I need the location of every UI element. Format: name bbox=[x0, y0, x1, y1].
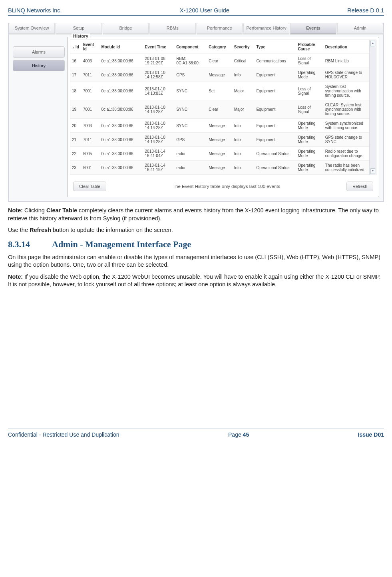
table-row[interactable]: 2070030c:a1:38:00:00:862013-01-10 14:14:… bbox=[70, 119, 369, 133]
events-screenshot: System OverviewSetupBridgeRBMsPerformanc… bbox=[8, 23, 384, 202]
panel-legend: History bbox=[72, 34, 90, 38]
col-event-time[interactable]: Event Time bbox=[143, 40, 175, 54]
col-component[interactable]: Component bbox=[175, 40, 207, 54]
admin-description: On this page the administrator can enabl… bbox=[8, 254, 384, 269]
side-tab-history[interactable]: History bbox=[13, 60, 65, 71]
col-type[interactable]: Type bbox=[255, 40, 296, 54]
tab-system-overview[interactable]: System Overview bbox=[9, 23, 55, 34]
tab-setup[interactable]: Setup bbox=[56, 23, 101, 34]
col-module-id[interactable]: Module Id bbox=[100, 40, 143, 54]
header-center: X-1200 User Guide bbox=[180, 7, 229, 14]
table-row[interactable]: 1970010c:a1:38:00:00:862013-01-10 14:14:… bbox=[70, 100, 369, 119]
section-heading: 8.3.14Admin - Management Interface Page bbox=[8, 239, 384, 250]
footer-message: The Event History table only displays la… bbox=[106, 184, 346, 189]
note-refresh: Use the Refresh button to update the inf… bbox=[8, 226, 384, 234]
tab-performance[interactable]: Performance bbox=[197, 23, 243, 34]
doc-header: BLiNQ Networks Inc. X-1200 User Guide Re… bbox=[8, 7, 384, 16]
history-panel: History IdEvent IdModule IdEvent TimeCom… bbox=[67, 37, 379, 197]
note-clear-table: Note: Clicking Clear Table completely cl… bbox=[8, 207, 384, 222]
side-tab-alarms[interactable]: Alarms bbox=[13, 46, 65, 58]
footer-page: Page 45 bbox=[228, 431, 249, 438]
table-row[interactable]: 1640030c:a1:38:00:00:862013-01-08 19:21:… bbox=[70, 54, 369, 68]
tab-performance-history[interactable]: Performance History bbox=[243, 23, 289, 34]
top-tabs: System OverviewSetupBridgeRBMsPerformanc… bbox=[9, 23, 383, 34]
scroll-down-icon[interactable]: ▾ bbox=[370, 168, 375, 174]
col-event-id[interactable]: Event Id bbox=[82, 40, 100, 54]
note-label: Note: bbox=[8, 274, 23, 280]
header-right: Release D 0.1 bbox=[347, 7, 384, 14]
note-web-disable: Note: If you disable the Web option, the… bbox=[8, 273, 384, 289]
table-row[interactable]: 2170110c:a1:38:00:00:862013-01-10 14:14:… bbox=[70, 133, 369, 147]
table-row[interactable]: 2350010c:a1:38:00:00:862013-01-14 16:41:… bbox=[70, 161, 369, 175]
table-row[interactable]: 2250050c:a1:38:00:00:862013-01-14 16:41:… bbox=[70, 147, 369, 161]
history-table: IdEvent IdModule IdEvent TimeComponentCa… bbox=[70, 40, 369, 175]
footer-left: Confidential - Restricted Use and Duplic… bbox=[8, 431, 119, 438]
col-description[interactable]: Description bbox=[324, 40, 369, 54]
table-row[interactable]: 1870010c:a1:38:00:00:862013-01-10 14:13:… bbox=[70, 82, 369, 100]
tab-events[interactable]: Events bbox=[290, 23, 336, 34]
tab-rbms[interactable]: RBMs bbox=[149, 23, 195, 34]
footer-right: Issue D01 bbox=[358, 431, 384, 438]
col-category[interactable]: Category bbox=[207, 40, 232, 54]
col-id[interactable]: Id bbox=[70, 40, 82, 54]
table-row[interactable]: 1770110c:a1:38:00:00:862013-01-10 14:12:… bbox=[70, 68, 369, 82]
side-tabs: AlarmsHistory bbox=[9, 34, 67, 74]
scroll-up-icon[interactable]: ▴ bbox=[370, 41, 375, 46]
doc-footer: Confidential - Restricted Use and Duplic… bbox=[8, 429, 384, 446]
clear-table-button[interactable]: Clear Table bbox=[73, 182, 106, 191]
panel-footer: Clear Table The Event History table only… bbox=[68, 178, 379, 197]
col-probable-cause[interactable]: Probable Cause bbox=[296, 40, 323, 54]
refresh-button[interactable]: Refresh bbox=[346, 182, 373, 191]
scrollbar[interactable]: ▴ ▾ bbox=[369, 40, 376, 175]
section-title: Admin - Management Interface Page bbox=[52, 239, 191, 249]
note-label: Note: bbox=[8, 207, 23, 214]
tab-admin[interactable]: Admin bbox=[337, 23, 383, 34]
section-number: 8.3.14 bbox=[8, 239, 52, 250]
col-severity[interactable]: Severity bbox=[233, 40, 255, 54]
header-left: BLiNQ Networks Inc. bbox=[8, 7, 62, 14]
tab-bridge[interactable]: Bridge bbox=[103, 23, 149, 34]
